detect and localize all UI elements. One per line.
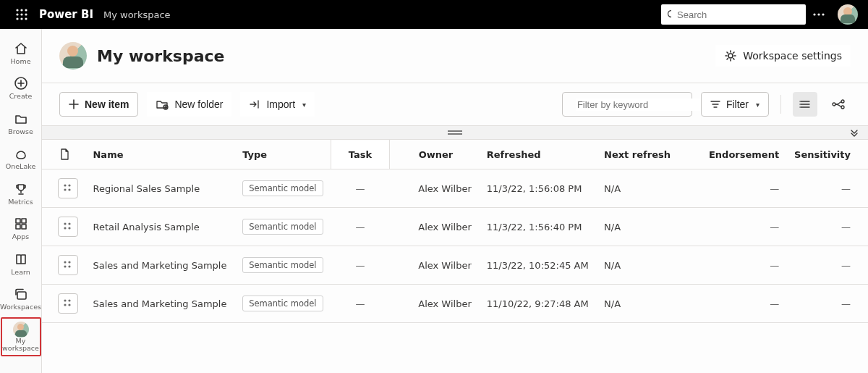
col-owner[interactable]: Owner [389, 140, 479, 169]
svg-point-1 [20, 9, 22, 11]
row-type-icon [42, 285, 85, 323]
page-title: My workspace [97, 47, 715, 65]
left-nav-rail: Home Create Browse OneLake Metrics Apps … [0, 29, 42, 373]
row-name[interactable]: Sales and Marketing Sample [85, 285, 235, 323]
svg-rect-16 [22, 219, 26, 223]
col-endorsement[interactable]: Endorsement [692, 140, 786, 169]
rail-browse[interactable]: Browse [4, 106, 38, 140]
trophy-icon [13, 181, 29, 197]
onelake-icon [13, 146, 29, 162]
rail-home[interactable]: Home [4, 36, 38, 70]
breadcrumb[interactable]: My workspace [103, 9, 171, 20]
filter-button[interactable]: Filter ▾ [701, 92, 769, 117]
chevron-down-icon: ▾ [302, 101, 306, 109]
svg-point-2 [25, 9, 27, 11]
list-icon [799, 99, 811, 109]
rail-learn[interactable]: Learn [4, 247, 38, 280]
top-bar: Power BI My workspace [0, 0, 868, 29]
svg-rect-18 [22, 225, 26, 229]
semantic-model-icon [58, 217, 78, 237]
svg-point-26 [841, 106, 844, 109]
rail-label: Learn [11, 269, 30, 276]
filter-input[interactable] [576, 99, 700, 111]
svg-point-35 [64, 261, 66, 263]
search-icon [667, 9, 671, 20]
workspace-settings-button[interactable]: Workspace settings [715, 45, 851, 67]
row-endorsement: — [692, 246, 786, 285]
row-type-icon [42, 246, 85, 285]
toolbar: New item New folder Import ▾ Filter ▾ [42, 83, 868, 125]
row-owner: Alex Wilber [389, 246, 479, 285]
row-type: Semantic model [235, 246, 331, 285]
svg-point-0 [16, 9, 18, 11]
row-name[interactable]: Regional Sales Sample [85, 169, 235, 208]
svg-point-9 [668, 11, 672, 17]
semantic-model-icon [58, 293, 78, 314]
lineage-view-button[interactable] [826, 92, 851, 117]
app-launcher-button[interactable] [7, 0, 36, 29]
svg-point-39 [64, 299, 66, 301]
col-next-refresh[interactable]: Next refresh [597, 140, 692, 169]
svg-point-41 [64, 303, 66, 306]
row-name[interactable]: Sales and Marketing Sample [85, 246, 235, 285]
new-folder-label: New folder [174, 99, 223, 110]
new-item-button[interactable]: New item [59, 92, 138, 117]
drag-handle-icon [448, 130, 462, 132]
row-type-icon [42, 208, 85, 246]
expand-all-icon[interactable] [849, 128, 859, 137]
col-type[interactable]: Type [235, 140, 331, 169]
import-button[interactable]: Import ▾ [240, 92, 315, 117]
workspace-settings-label: Workspace settings [743, 50, 842, 62]
row-task: — [331, 246, 390, 285]
folder-icon [13, 111, 29, 127]
svg-point-33 [64, 227, 66, 229]
list-view-button[interactable] [793, 92, 817, 117]
row-refreshed: 11/10/22, 9:27:48 AM [480, 285, 597, 323]
col-sensitivity[interactable]: Sensitivity [786, 140, 868, 169]
table-row[interactable]: Sales and Marketing SampleSemantic model… [42, 285, 868, 323]
rail-my-workspace[interactable]: My workspace [1, 317, 41, 357]
new-folder-button[interactable]: New folder [147, 92, 231, 117]
more-options-button[interactable] [806, 0, 832, 29]
collapse-handle[interactable] [42, 125, 868, 140]
rail-create[interactable]: Create [4, 71, 38, 104]
svg-point-7 [20, 17, 22, 20]
table-row[interactable]: Retail Analysis SampleSemantic model—Ale… [42, 208, 868, 246]
plus-icon [69, 99, 79, 109]
rail-label: Apps [12, 233, 30, 240]
row-refreshed: 11/3/22, 1:56:08 PM [480, 169, 597, 208]
global-search-input[interactable] [676, 9, 800, 21]
row-type-icon [42, 169, 85, 208]
filter-input-wrap[interactable] [562, 92, 692, 117]
row-endorsement: — [692, 169, 786, 208]
filter-button-label: Filter [726, 99, 749, 110]
filter-icon [710, 100, 720, 109]
table-row[interactable]: Sales and Marketing SampleSemantic model… [42, 246, 868, 285]
row-endorsement: — [692, 208, 786, 246]
row-refreshed: 11/3/22, 10:52:45 AM [480, 246, 597, 285]
col-task[interactable]: Task [331, 140, 390, 169]
rail-workspaces[interactable]: Workspaces [4, 282, 38, 315]
col-icon[interactable] [42, 140, 85, 169]
row-name[interactable]: Retail Analysis Sample [85, 208, 235, 246]
gear-icon [724, 49, 737, 62]
row-next-refresh: N/A [597, 208, 692, 246]
col-refreshed[interactable]: Refreshed [480, 140, 597, 169]
semantic-model-icon [58, 178, 78, 198]
rail-onelake[interactable]: OneLake [4, 141, 38, 175]
avatar-icon [13, 322, 29, 338]
table-row[interactable]: Regional Sales SampleSemantic model—Alex… [42, 169, 868, 208]
rail-apps[interactable]: Apps [4, 211, 38, 245]
apps-icon [13, 216, 29, 232]
row-owner: Alex Wilber [389, 285, 479, 323]
row-task: — [331, 208, 390, 246]
user-avatar[interactable] [838, 4, 858, 25]
global-search[interactable] [661, 4, 806, 25]
svg-point-34 [68, 227, 70, 229]
rail-metrics[interactable]: Metrics [4, 177, 38, 210]
col-name[interactable]: Name [85, 140, 235, 169]
home-icon [13, 41, 29, 56]
row-owner: Alex Wilber [389, 169, 479, 208]
file-icon [59, 148, 69, 160]
svg-rect-15 [16, 219, 20, 223]
